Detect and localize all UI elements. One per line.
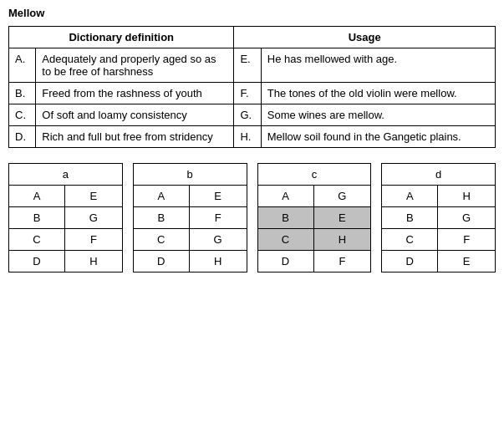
answer-cell-left: D [257,251,313,272]
answer-cell-right: H [189,251,247,272]
header-definition: Dictionary definition [9,27,234,48]
answer-row: CF [9,229,123,251]
answer-row: BE [257,207,371,229]
answer-table-b-header: b [133,164,247,186]
answer-row: BG [382,207,496,229]
answer-row: BF [133,207,247,229]
answer-section: aAEBGCFDHbAEBFCGDHcAGBECHDFdAHBGCFDE [8,163,496,272]
usage-text: Some wines are mellow. [261,104,495,126]
def-text: Of soft and loamy consistency [36,104,234,126]
answer-cell-right: H [313,229,371,251]
answer-cell-left: A [382,186,438,207]
answer-cell-right: F [313,251,371,272]
answer-row: AE [9,186,123,207]
def-label: A. [9,48,36,83]
table-row: D. Rich and full but free from stridency… [9,126,496,148]
answer-table-c: cAGBECHDF [257,163,372,272]
answer-table-d-header: d [382,164,496,186]
answer-table-c-header: c [257,164,371,186]
usage-label: H. [234,126,261,148]
answer-table-a: aAEBGCFDH [8,163,123,272]
answer-cell-left: D [382,251,438,272]
answer-row: AE [133,186,247,207]
table-row: B. Freed from the rashness of youth F. T… [9,83,496,104]
answer-row: DF [257,251,371,272]
def-label: B. [9,83,36,104]
answer-cell-left: C [133,229,189,251]
answer-row: DH [133,251,247,272]
usage-text: The tones of the old violin were mellow. [261,83,495,104]
def-label: C. [9,104,36,126]
answer-cell-left: C [382,229,438,251]
answer-cell-left: D [133,251,189,272]
usage-label: E. [234,48,261,83]
answer-cell-right: E [438,251,496,272]
answer-cell-right: H [65,251,123,272]
answer-table-b: bAEBFCGDH [133,163,247,272]
usage-label: F. [234,83,261,104]
answer-cell-right: G [65,207,123,229]
table-row: A. Adequately and properly aged so as to… [9,48,496,83]
answer-cell-left: A [257,186,313,207]
answer-cell-left: B [9,207,65,229]
answer-row: AH [382,186,496,207]
def-text: Freed from the rashness of youth [36,83,234,104]
answer-cell-right: G [189,229,247,251]
header-usage: Usage [234,27,496,48]
answer-cell-left: C [257,229,313,251]
answer-cell-right: F [189,207,247,229]
def-text: Rich and full but free from stridency [36,126,234,148]
def-label: D. [9,126,36,148]
answer-row: DE [382,251,496,272]
answer-cell-right: F [438,229,496,251]
answer-row: CF [382,229,496,251]
page-title: Mellow [8,7,496,19]
answer-cell-left: A [9,186,65,207]
answer-cell-right: G [438,207,496,229]
usage-label: G. [234,104,261,126]
answer-row: DH [9,251,123,272]
answer-cell-left: D [9,251,65,272]
usage-text: He has mellowed with age. [261,48,495,83]
answer-cell-right: E [189,186,247,207]
answer-cell-right: E [313,207,371,229]
answer-cell-left: A [133,186,189,207]
answer-cell-right: G [313,186,371,207]
answer-cell-left: B [382,207,438,229]
main-definition-table: Dictionary definition Usage A. Adequatel… [8,26,496,148]
def-text: Adequately and properly aged so as to be… [36,48,234,83]
answer-cell-right: F [65,229,123,251]
table-row: C. Of soft and loamy consistency G. Some… [9,104,496,126]
answer-cell-left: B [257,207,313,229]
answer-table-a-header: a [9,164,123,186]
answer-row: CG [133,229,247,251]
answer-row: CH [257,229,371,251]
answer-cell-right: E [65,186,123,207]
answer-cell-right: H [438,186,496,207]
answer-cell-left: B [133,207,189,229]
answer-row: AG [257,186,371,207]
answer-cell-left: C [9,229,65,251]
usage-text: Mellow soil found in the Gangetic plains… [261,126,495,148]
answer-table-d: dAHBGCFDE [381,163,496,272]
answer-row: BG [9,207,123,229]
